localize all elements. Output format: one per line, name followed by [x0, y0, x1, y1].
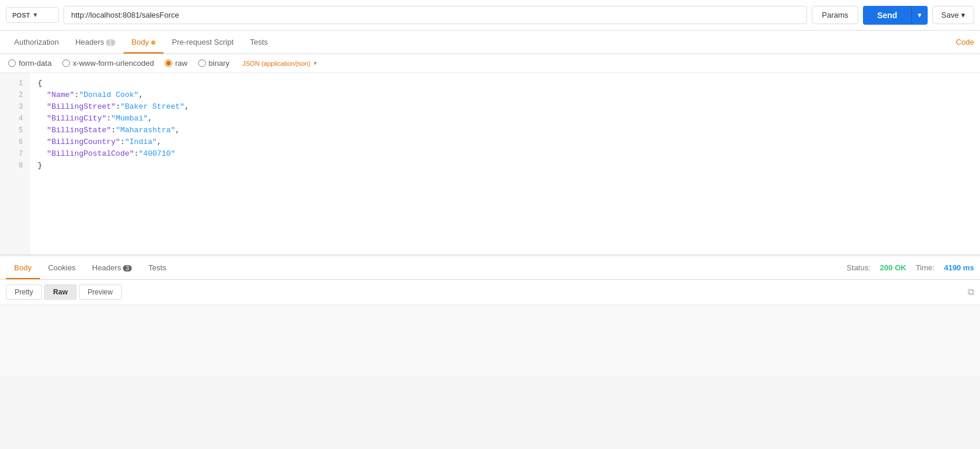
- json-label: JSON (application/json): [242, 60, 311, 67]
- request-tabs: Authorization Headers1 Body Pre-request …: [0, 31, 980, 54]
- raw-option[interactable]: raw: [165, 59, 188, 68]
- res-tab-body[interactable]: Body: [6, 257, 40, 279]
- response-format-tabs: Pretty Raw Preview ⧉: [0, 280, 980, 305]
- res-headers-badge: 3: [123, 265, 132, 272]
- form-data-option[interactable]: form-data: [8, 59, 52, 68]
- line-num-1: 1: [0, 78, 29, 89]
- line-num-5: 5: [0, 125, 29, 136]
- code-link[interactable]: Code: [956, 38, 974, 46]
- form-data-label: form-data: [19, 59, 52, 68]
- fmt-tab-raw[interactable]: Raw: [44, 284, 76, 300]
- response-section: Body Cookies Headers3 Tests Status: 200 …: [0, 255, 980, 376]
- code-line-5: "BillingState":"Maharashtra",: [38, 125, 972, 136]
- json-type-select[interactable]: JSON (application/json) ▾: [242, 59, 317, 67]
- code-line-1: {: [38, 78, 972, 89]
- save-button[interactable]: Save ▾: [932, 6, 974, 24]
- response-tabs-bar: Body Cookies Headers3 Tests Status: 200 …: [0, 256, 980, 280]
- method-select[interactable]: POST ▾: [6, 7, 59, 23]
- url-bar: POST ▾ Params Send ▾ Save ▾: [0, 0, 980, 31]
- tab-pre-request-script[interactable]: Pre-request Script: [164, 32, 242, 53]
- send-btn-group: Send ▾: [863, 6, 928, 25]
- res-tab-cookies[interactable]: Cookies: [40, 257, 84, 279]
- fmt-tab-pretty[interactable]: Pretty: [6, 284, 42, 300]
- send-button[interactable]: Send: [863, 6, 911, 25]
- code-line-2: "Name":"Donald Cook",: [38, 89, 972, 101]
- line-num-3: 3: [0, 101, 29, 113]
- headers-badge: 1: [106, 39, 115, 46]
- code-content[interactable]: { "Name":"Donald Cook", "BillingStreet":…: [29, 73, 980, 254]
- tab-headers[interactable]: Headers1: [67, 32, 124, 53]
- line-num-2: 2: [0, 89, 29, 101]
- params-button[interactable]: Params: [812, 6, 858, 24]
- save-dropdown-icon: ▾: [961, 11, 965, 19]
- code-line-8: }: [38, 160, 972, 172]
- status-area: Status: 200 OK Time: 4190 ms: [846, 263, 974, 272]
- code-line-3: "BillingStreet":"Baker Street",: [38, 101, 972, 113]
- binary-option[interactable]: binary: [198, 59, 229, 68]
- line-num-7: 7: [0, 148, 29, 160]
- body-dot: [151, 41, 155, 45]
- body-options-bar: form-data x-www-form-urlencoded raw bina…: [0, 54, 980, 73]
- code-line-4: "BillingCity":"Mumbai",: [38, 113, 972, 125]
- url-input[interactable]: [64, 6, 807, 24]
- code-line-7: "BillingPostalCode":"400710": [38, 148, 972, 160]
- tab-body[interactable]: Body: [124, 32, 164, 53]
- time-value: 4190 ms: [944, 263, 974, 272]
- line-num-4: 4: [0, 113, 29, 125]
- line-numbers: 1 2 3 4 5 6 7 8: [0, 73, 29, 254]
- res-tab-tests[interactable]: Tests: [140, 257, 174, 279]
- tab-authorization[interactable]: Authorization: [6, 32, 67, 53]
- save-label: Save: [941, 11, 959, 19]
- time-label: Time:: [916, 263, 935, 272]
- urlencoded-label: x-www-form-urlencoded: [73, 59, 154, 68]
- res-tab-headers[interactable]: Headers3: [84, 257, 141, 279]
- copy-button[interactable]: ⧉: [968, 287, 974, 297]
- line-num-8: 8: [0, 160, 29, 172]
- method-dropdown-icon: ▾: [34, 11, 37, 19]
- line-num-6: 6: [0, 136, 29, 148]
- status-label: Status:: [846, 263, 870, 272]
- fmt-tab-preview[interactable]: Preview: [79, 284, 122, 300]
- code-editor: 1 2 3 4 5 6 7 8 { "Name":"Donald Cook", …: [0, 73, 980, 255]
- tab-tests[interactable]: Tests: [242, 32, 276, 53]
- urlencoded-option[interactable]: x-www-form-urlencoded: [62, 59, 154, 68]
- binary-label: binary: [209, 59, 229, 68]
- code-line-6: "BillingCountry":"India",: [38, 136, 972, 148]
- method-label: POST: [12, 12, 30, 19]
- json-dropdown-icon: ▾: [314, 59, 317, 67]
- response-body-area: [0, 305, 980, 376]
- send-dropdown-button[interactable]: ▾: [911, 6, 928, 25]
- raw-label: raw: [175, 59, 188, 68]
- status-value: 200 OK: [880, 263, 906, 272]
